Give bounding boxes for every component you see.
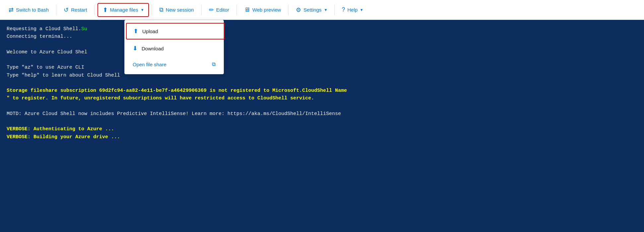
editor-label: Editor xyxy=(216,7,229,13)
manage-files-dropdown: ⬆ Upload ⬇ Download Open file share ⧉ xyxy=(124,20,224,74)
restart-button[interactable]: ↺ Restart xyxy=(59,4,92,16)
terminal-line-10 xyxy=(7,118,637,125)
switch-bash-icon: ⇄ xyxy=(9,6,14,14)
divider-5 xyxy=(236,5,237,15)
settings-label: Settings xyxy=(303,7,321,13)
terminal-motd: MOTD: Azure Cloud Shell now includes Pre… xyxy=(7,110,637,118)
settings-icon: ⚙ xyxy=(296,6,301,14)
editor-button[interactable]: ✏ Editor xyxy=(204,4,234,16)
new-session-icon: ⧉ xyxy=(159,6,163,13)
switch-bash-label: Switch to Bash xyxy=(16,7,49,13)
terminal-line-1: Requesting a Cloud Shell.Su xyxy=(7,25,637,33)
settings-chevron-icon: ▾ xyxy=(325,7,327,12)
help-chevron-icon: ▾ xyxy=(360,7,363,12)
manage-files-chevron-icon: ▾ xyxy=(141,7,144,12)
settings-button[interactable]: ⚙ Settings ▾ xyxy=(291,4,331,16)
upload-icon: ⬆ xyxy=(133,28,138,35)
terminal: Requesting a Cloud Shell.Su Connecting t… xyxy=(0,20,644,232)
new-session-label: New session xyxy=(166,7,194,13)
help-label: Help xyxy=(348,7,358,13)
help-icon: ? xyxy=(342,6,345,13)
restart-label: Restart xyxy=(71,7,87,13)
divider-6 xyxy=(288,5,289,15)
download-menu-item[interactable]: ⬇ Download xyxy=(125,40,224,57)
divider-4 xyxy=(201,5,202,15)
toolbar: ⇄ Switch to Bash ↺ Restart ⬆ Manage file… xyxy=(0,0,644,20)
terminal-verbose-1: VERBOSE: Authenticating to Azure ... xyxy=(7,125,637,133)
manage-files-icon: ⬆ xyxy=(103,6,108,14)
divider-3 xyxy=(152,5,152,15)
web-preview-button[interactable]: 🖥 Web preview xyxy=(239,4,286,16)
divider-1 xyxy=(56,5,56,15)
terminal-warn-2: " to register. In future, unregistered s… xyxy=(7,94,637,102)
switch-to-bash-button[interactable]: ⇄ Switch to Bash xyxy=(4,4,53,16)
terminal-warn-1: Storage fileshare subscription 69d2fc94-… xyxy=(7,87,637,94)
upload-menu-item[interactable]: ⬆ Upload xyxy=(126,23,225,39)
terminal-line-2: Connecting terminal... xyxy=(7,33,637,40)
restart-icon: ↺ xyxy=(64,6,69,14)
manage-files-label: Manage files xyxy=(110,7,138,13)
download-label: Download xyxy=(142,46,164,51)
divider-2 xyxy=(95,5,95,15)
download-icon: ⬇ xyxy=(133,45,138,52)
terminal-line-5 xyxy=(7,56,637,64)
terminal-line-7: Type "help" to learn about Cloud Shell xyxy=(7,72,637,79)
terminal-line-3 xyxy=(7,41,637,48)
terminal-line-4: Welcome to Azure Cloud Shel xyxy=(7,48,637,56)
editor-icon: ✏ xyxy=(209,6,214,14)
terminal-line-6: Type "az" to use Azure CLI xyxy=(7,64,637,71)
help-button[interactable]: ? Help ▾ xyxy=(337,4,368,16)
web-preview-label: Web preview xyxy=(252,7,281,13)
new-session-button[interactable]: ⧉ New session xyxy=(155,4,199,16)
external-link-icon: ⧉ xyxy=(212,61,216,67)
terminal-verbose-2: VERBOSE: Building your Azure drive ... xyxy=(7,133,637,141)
terminal-line-8 xyxy=(7,79,637,87)
manage-files-button[interactable]: ⬆ Manage files ▾ xyxy=(97,3,149,17)
divider-7 xyxy=(334,5,335,15)
open-file-share-menu-item[interactable]: Open file share ⧉ xyxy=(125,57,224,72)
open-file-share-label: Open file share xyxy=(133,62,166,67)
terminal-line-9 xyxy=(7,102,637,110)
upload-label: Upload xyxy=(142,29,158,34)
web-preview-icon: 🖥 xyxy=(244,6,250,13)
